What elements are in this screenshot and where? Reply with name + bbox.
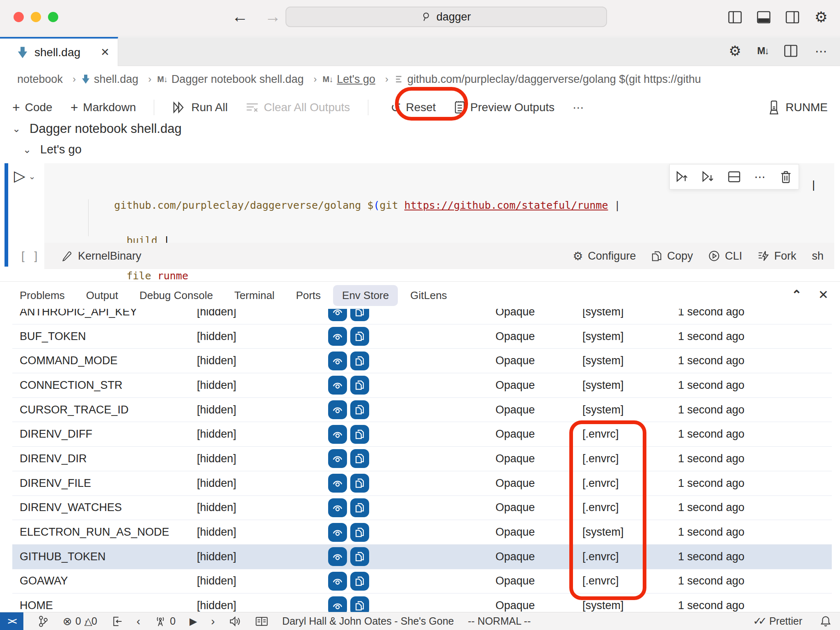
panel-tab[interactable]: Env Store — [333, 285, 398, 306]
fork-button[interactable]: Fork — [758, 250, 796, 262]
toggle-panel-icon[interactable] — [756, 9, 772, 25]
toggle-primary-sidebar-icon[interactable] — [727, 9, 743, 25]
env-table-row[interactable]: DIRENV_DIFF [hidden] — [12, 422, 832, 447]
traffic-lights[interactable] — [14, 12, 58, 22]
minimize-window-button[interactable] — [31, 12, 41, 22]
configure-button[interactable]: ⚙ Configure — [573, 249, 636, 263]
env-table-row[interactable]: COMMAND_MODE [hidden] — [12, 349, 832, 373]
env-table-row[interactable]: ELECTRON_RUN_AS_NODE [hidden] — [12, 520, 832, 545]
breadcrumb-item[interactable]: notebook › — [17, 73, 82, 86]
kernel-selector[interactable]: KernelBinary — [62, 250, 142, 262]
toggle-secondary-sidebar-icon[interactable] — [784, 9, 801, 25]
notebook-settings-gear-icon[interactable]: ⚙ — [727, 43, 743, 59]
chevron-right-status[interactable]: › — [211, 615, 215, 628]
reader-icon[interactable] — [255, 616, 268, 627]
panel-tab[interactable]: Debug Console — [139, 285, 213, 306]
breadcrumb-item[interactable]: github.com/purpleclay/daggerverse/golang… — [394, 73, 701, 86]
run-cell-button[interactable]: ▷ ⌄ — [14, 167, 35, 185]
close-tab-icon[interactable]: ✕ — [100, 46, 110, 59]
env-table-row[interactable]: DIRENV_WATCHES [hidden] — [12, 496, 832, 520]
reveal-value-button[interactable] — [328, 327, 347, 346]
copy-value-button[interactable] — [350, 572, 369, 591]
zoom-window-button[interactable] — [48, 12, 58, 22]
markdown-heading-2[interactable]: ⌄ Let's go — [23, 143, 82, 156]
reveal-value-button[interactable] — [328, 547, 347, 566]
source-control-status[interactable] — [37, 615, 49, 628]
reveal-value-button[interactable] — [328, 449, 347, 468]
close-panel-icon[interactable]: ✕ — [818, 288, 829, 302]
markdown-export-icon[interactable]: M↓ — [757, 45, 769, 57]
copy-value-button[interactable] — [350, 309, 369, 321]
panel-tab[interactable]: Problems — [20, 285, 65, 306]
maximize-panel-icon[interactable]: ⌃ — [792, 288, 802, 302]
split-editor-icon[interactable] — [783, 43, 799, 59]
env-table-row[interactable]: BUF_TOKEN [hidden] — [12, 324, 832, 349]
cli-button[interactable]: CLI — [708, 250, 742, 262]
settings-gear-icon[interactable]: ⚙ — [813, 9, 829, 25]
panel-tab[interactable]: Ports — [296, 285, 321, 306]
panel-tab[interactable]: Output — [86, 285, 118, 306]
run-all-button[interactable]: Run All — [172, 101, 228, 114]
vim-mode-status[interactable]: -- NORMAL -- — [468, 615, 531, 627]
reveal-value-button[interactable] — [328, 376, 347, 395]
env-table-row[interactable]: DIRENV_FILE [hidden] — [12, 471, 832, 496]
copy-value-button[interactable] — [350, 498, 369, 517]
chevron-down-icon[interactable]: ⌄ — [23, 144, 31, 155]
breadcrumb-item[interactable]: M↓ Let's go › — [323, 73, 394, 86]
close-window-button[interactable] — [14, 12, 24, 22]
add-code-button[interactable]: + Code — [12, 100, 52, 115]
reveal-value-button[interactable] — [328, 572, 347, 591]
play-status[interactable]: ▶ — [189, 616, 197, 627]
runme-button[interactable]: RUNME — [768, 92, 828, 123]
bell-icon[interactable] — [820, 616, 831, 627]
breadcrumb-item[interactable]: shell.dag › — [82, 73, 157, 86]
execute-above-icon[interactable] — [674, 169, 691, 185]
panel-tab[interactable]: GitLens — [410, 285, 447, 306]
reveal-value-button[interactable] — [328, 474, 347, 493]
copy-value-button[interactable] — [350, 327, 369, 346]
copy-value-button[interactable] — [350, 547, 369, 566]
cell-language-label[interactable]: sh — [812, 250, 824, 262]
env-table-row[interactable]: ANTHROPIC_API_KEY [hidden] — [12, 309, 832, 324]
reveal-value-button[interactable] — [328, 498, 347, 517]
copy-value-button[interactable] — [350, 425, 369, 444]
reveal-value-button[interactable] — [328, 400, 347, 419]
code-link[interactable]: https://github.com/stateful/runme — [404, 199, 608, 211]
remote-indicator[interactable]: >< — [0, 612, 23, 630]
copy-value-button[interactable] — [350, 352, 369, 370]
execute-below-icon[interactable] — [700, 169, 717, 185]
broadcast-status[interactable]: 0 — [154, 615, 176, 627]
env-table-row[interactable]: HOME [hidden] — [12, 593, 832, 612]
env-table-row[interactable]: GOAWAY [hidden] — [12, 569, 832, 594]
panel-tab[interactable]: Terminal — [234, 285, 274, 306]
env-table-row[interactable]: CURSOR_TRACE_ID [hidden] — [12, 398, 832, 422]
speaker-icon[interactable] — [229, 616, 241, 627]
copy-value-button[interactable] — [350, 400, 369, 419]
preview-outputs-button[interactable]: Preview Outputs — [454, 101, 555, 114]
more-actions-icon[interactable]: ⋯ — [813, 43, 829, 59]
env-table-row[interactable]: GITHUB_TOKEN [hidden] — [12, 545, 832, 569]
back-icon[interactable]: ← — [232, 7, 248, 26]
delete-cell-icon[interactable] — [778, 169, 794, 185]
reveal-value-button[interactable] — [328, 523, 347, 542]
prettier-status[interactable]: ✓✓ Prettier — [753, 615, 802, 628]
copy-value-button[interactable] — [350, 523, 369, 542]
more-icon[interactable]: ⋯ — [752, 169, 768, 185]
copy-value-button[interactable] — [350, 376, 369, 395]
copy-value-button[interactable] — [350, 474, 369, 493]
problems-status[interactable]: ⊗ 0 △! 0 — [63, 615, 97, 628]
now-playing-status[interactable]: Daryl Hall & John Oates - She's Gone — [282, 615, 454, 627]
toolbar-more-icon[interactable]: ⋯ — [573, 101, 584, 114]
reset-button[interactable]: ↺ Reset — [380, 100, 446, 115]
copy-button[interactable]: Copy — [651, 250, 693, 262]
chevron-left-status[interactable]: ‹ — [137, 615, 140, 628]
tab-shell-dag[interactable]: shell.dag ✕ — [0, 37, 118, 66]
reveal-value-button[interactable] — [328, 352, 347, 370]
copy-value-button[interactable] — [350, 596, 369, 612]
breadcrumb-item[interactable]: M↓ Dagger notebook shell.dag › — [157, 73, 322, 86]
reveal-value-button[interactable] — [328, 596, 347, 612]
exit-session-status[interactable] — [111, 616, 123, 627]
reveal-value-button[interactable] — [328, 309, 347, 321]
add-markdown-button[interactable]: + Markdown — [71, 100, 136, 115]
split-cell-icon[interactable] — [726, 169, 742, 185]
